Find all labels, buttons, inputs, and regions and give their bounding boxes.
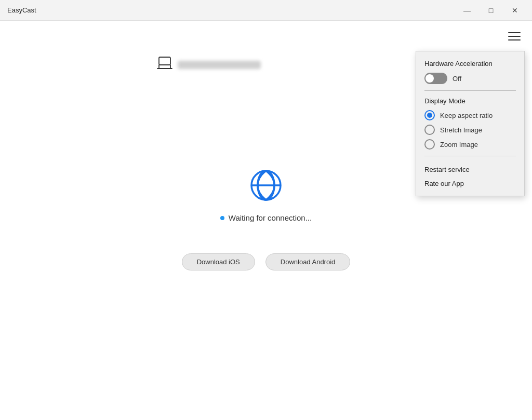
radio-zoom[interactable]: Zoom Image (424, 139, 516, 150)
waiting-row: Waiting for connection... (220, 213, 312, 222)
hardware-acceleration-label: Hardware Acceleration (424, 60, 516, 67)
globe-icon (247, 167, 285, 204)
device-row (157, 56, 261, 73)
minimize-button[interactable]: — (455, 0, 479, 21)
toggle-thumb (425, 74, 434, 83)
radio-label-keep-aspect: Keep aspect ratio (440, 112, 493, 119)
close-button[interactable]: ✕ (503, 0, 527, 21)
status-dot (220, 216, 224, 220)
divider-1 (424, 90, 516, 91)
download-android-button[interactable]: Download Android (265, 253, 351, 270)
hardware-acceleration-toggle[interactable] (424, 73, 447, 84)
hardware-acceleration-toggle-row: Off (424, 73, 516, 84)
rate-app-action[interactable]: Rate our App (424, 177, 516, 191)
hamburger-menu-button[interactable] (506, 30, 523, 43)
title-bar: EasyCast — □ ✕ (0, 0, 532, 21)
radio-keep-aspect[interactable]: Keep aspect ratio (424, 110, 516, 120)
radio-circle-zoom (424, 139, 435, 150)
toggle-state-label: Off (453, 75, 461, 83)
main-content: Waiting for connection... Download iOS D… (0, 21, 532, 420)
restart-service-action[interactable]: Restart service (424, 162, 516, 177)
radio-stretch[interactable]: Stretch Image (424, 125, 516, 135)
maximize-button[interactable]: □ (479, 0, 503, 21)
radio-circle-keep-aspect (424, 110, 435, 120)
radio-inner-keep-aspect (427, 113, 432, 118)
waiting-area: Waiting for connection... (220, 167, 312, 222)
hamburger-line-3 (508, 39, 521, 40)
laptop-icon (157, 56, 172, 73)
hamburger-line-2 (508, 36, 521, 37)
window-controls: — □ ✕ (455, 0, 527, 21)
radio-label-zoom: Zoom Image (440, 141, 478, 148)
radio-label-stretch: Stretch Image (440, 126, 482, 134)
download-ios-button[interactable]: Download iOS (182, 253, 255, 270)
hamburger-line-1 (508, 32, 521, 33)
svg-rect-0 (159, 57, 170, 65)
device-name (178, 61, 261, 69)
waiting-text: Waiting for connection... (229, 213, 312, 222)
app-title: EasyCast (7, 6, 36, 14)
radio-circle-stretch (424, 125, 435, 135)
divider-2 (424, 156, 516, 156)
download-area: Download iOS Download Android (182, 253, 351, 270)
dropdown-menu: Hardware Acceleration Off Display Mode K… (416, 51, 525, 196)
display-mode-label: Display Mode (424, 97, 516, 105)
